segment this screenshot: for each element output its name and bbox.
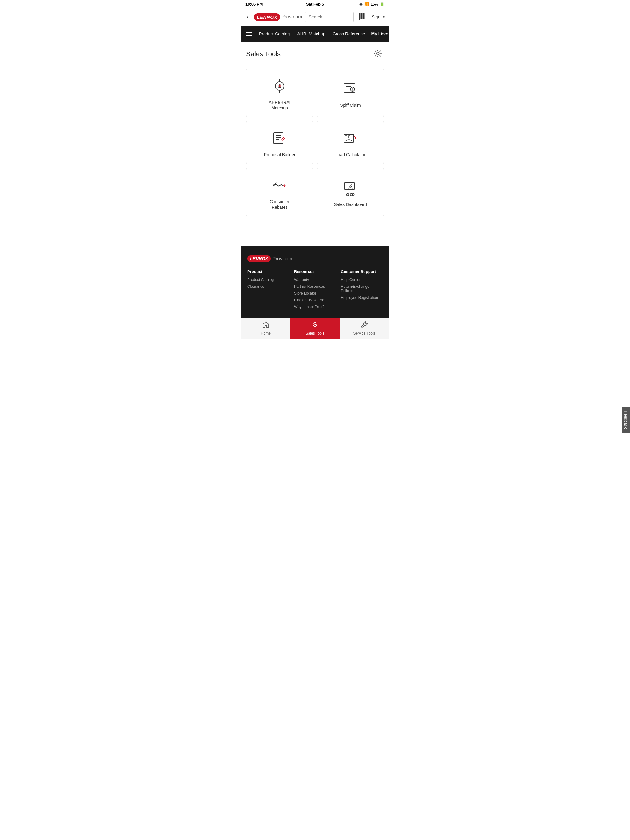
location-icon: ◎: [359, 2, 362, 6]
tab-sales-tools[interactable]: $ Sales Tools: [290, 318, 340, 339]
svg-point-40: [273, 185, 275, 186]
back-button[interactable]: ‹: [245, 12, 251, 22]
svg-text:$: $: [351, 88, 353, 91]
page-header: Sales Tools: [241, 42, 389, 64]
footer-product-title: Product: [247, 269, 289, 274]
svg-rect-45: [345, 182, 355, 190]
hamburger-line: [246, 35, 252, 36]
svg-text:$: $: [313, 321, 317, 328]
footer-col-resources: Resources Warranty Partner Resources Sto…: [294, 269, 336, 311]
wrench-icon: [361, 321, 368, 330]
settings-icon: [374, 49, 382, 58]
svg-text:$: $: [350, 185, 351, 186]
footer-link-return-exchange[interactable]: Return/Exchange Policies: [341, 284, 383, 293]
status-right: ◎ 📶 15% 🔋: [359, 2, 385, 6]
footer-link-why-lennox[interactable]: Why LennoxPros?: [294, 305, 324, 309]
nav-links: Product Catalog AHRI Matchup Cross Refer…: [255, 27, 369, 41]
settings-button[interactable]: [372, 47, 384, 61]
tab-service-tools[interactable]: Service Tools: [340, 318, 389, 339]
signin-button[interactable]: Sign In: [372, 14, 385, 19]
ahri-label: AHRI/HRAIMatchup: [269, 99, 291, 111]
lennox-logo-red: LENNOX: [254, 13, 280, 21]
battery-level: 15%: [371, 2, 378, 6]
footer-logo: LENNOX Pros.com: [247, 255, 383, 262]
svg-point-17: [377, 52, 379, 55]
footer-col-support: Customer Support Help Center Return/Exch…: [341, 269, 383, 311]
sales-dash-label: Sales Dashboard: [334, 202, 367, 207]
svg-rect-4: [361, 13, 362, 19]
tools-grid: AHRI/HRAIMatchup $ Spiff Claim Propos: [241, 64, 389, 221]
footer-support-title: Customer Support: [341, 269, 383, 274]
page-title: Sales Tools: [246, 50, 280, 58]
svg-rect-8: [365, 13, 366, 19]
tab-sales-tools-label: Sales Tools: [306, 331, 324, 335]
nav-right: My Lists 🛒 (0): [369, 26, 389, 42]
hamburger-button[interactable]: [242, 28, 255, 39]
search-input[interactable]: [306, 12, 354, 22]
dollar-icon: $: [311, 321, 319, 330]
footer-link-hvac-pro[interactable]: Find an HVAC Pro: [294, 298, 324, 302]
proposal-label: Proposal Builder: [264, 152, 296, 158]
status-date: Sat Feb 5: [306, 2, 324, 6]
footer: LENNOX Pros.com Product Product Catalog …: [241, 246, 389, 317]
nav-ahri-matchup[interactable]: AHRI Matchup: [293, 27, 329, 41]
footer-resources-title: Resources: [294, 269, 336, 274]
footer-pros-domain: Pros.com: [272, 256, 292, 261]
svg-rect-28: [274, 133, 283, 144]
tool-card-sales-dash[interactable]: $ $ Sales Dashboard: [317, 168, 384, 216]
footer-lennox-logo: LENNOX: [247, 255, 271, 262]
svg-rect-16: [364, 20, 366, 20]
status-bar: 10:06 PM Sat Feb 5 ◎ 📶 15% 🔋: [241, 0, 389, 8]
tool-card-proposal[interactable]: Proposal Builder: [246, 121, 313, 164]
svg-rect-14: [359, 20, 361, 20]
footer-link-store-locator[interactable]: Store Locator: [294, 291, 316, 295]
load-label: Load Calculator: [335, 152, 366, 158]
my-lists-button[interactable]: My Lists: [369, 28, 389, 39]
footer-col-product: Product Product Catalog Clearance: [247, 269, 289, 311]
hamburger-line: [246, 32, 252, 33]
svg-rect-6: [363, 13, 364, 19]
footer-link-partner-resources[interactable]: Partner Resources: [294, 284, 325, 289]
svg-rect-37: [345, 136, 347, 138]
tab-home[interactable]: Home: [241, 318, 290, 339]
home-icon: [262, 321, 269, 330]
tool-card-rebates[interactable]: ConsumerRebates: [246, 168, 313, 216]
bottom-tab-bar: Home $ Sales Tools Service Tools: [241, 317, 389, 339]
logo-area: LENNOX Pros.com: [254, 13, 302, 21]
svg-rect-12: [366, 13, 366, 14]
search-bar: [305, 12, 354, 22]
svg-rect-3: [361, 13, 361, 19]
footer-link-clearance[interactable]: Clearance: [247, 284, 264, 289]
rebates-label: ConsumerRebates: [270, 199, 290, 210]
nav-cross-reference[interactable]: Cross Reference: [329, 27, 369, 41]
battery-icon: 🔋: [380, 2, 385, 6]
spiff-label: Spiff Claim: [340, 103, 361, 108]
header: ‹ LENNOX Pros.com Sign In: [241, 8, 389, 26]
svg-point-24: [279, 85, 280, 87]
footer-columns: Product Product Catalog Clearance Resour…: [247, 269, 383, 311]
ahri-icon: [270, 76, 290, 96]
status-time: 10:06 PM: [245, 2, 263, 6]
barcode-button[interactable]: [357, 11, 369, 23]
rebates-icon: [270, 175, 290, 195]
footer-link-employee-reg[interactable]: Employee Registration: [341, 295, 378, 300]
proposal-icon: [270, 128, 290, 148]
nav-product-catalog[interactable]: Product Catalog: [255, 27, 293, 41]
wifi-icon: 📶: [364, 2, 369, 6]
footer-link-product-catalog[interactable]: Product Catalog: [247, 278, 274, 282]
tab-home-label: Home: [261, 331, 271, 335]
load-icon: [340, 128, 360, 148]
hamburger-line: [246, 33, 252, 34]
footer-link-help-center[interactable]: Help Center: [341, 278, 361, 282]
tool-card-load[interactable]: Load Calculator: [317, 121, 384, 164]
svg-point-41: [275, 183, 277, 184]
svg-line-32: [283, 137, 285, 138]
tool-card-spiff[interactable]: $ Spiff Claim: [317, 69, 384, 117]
svg-rect-10: [359, 13, 360, 14]
svg-rect-38: [348, 136, 350, 138]
footer-link-warranty[interactable]: Warranty: [294, 278, 309, 282]
lennox-logo-domain: Pros.com: [282, 14, 302, 20]
spacer: [241, 221, 389, 246]
sales-dash-icon: $ $: [340, 178, 360, 198]
tool-card-ahri[interactable]: AHRI/HRAIMatchup: [246, 69, 313, 117]
